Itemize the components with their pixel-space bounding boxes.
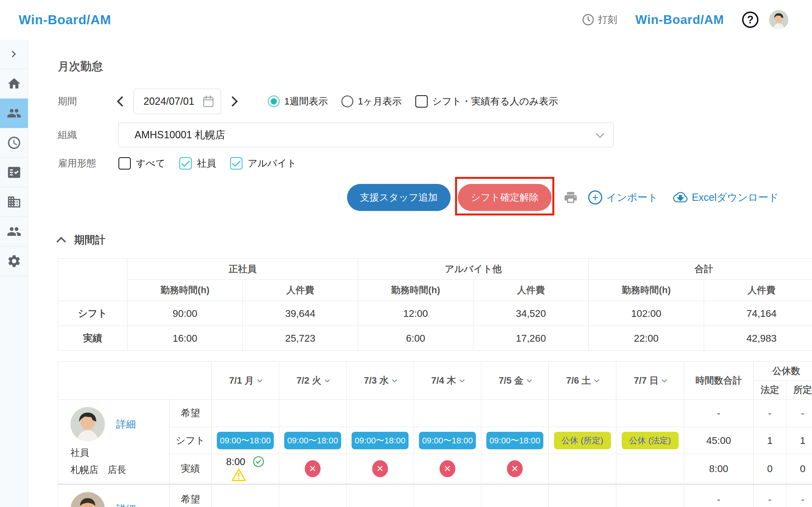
download-icon — [673, 191, 688, 204]
kibou-cell[interactable] — [549, 400, 616, 427]
actual-cell[interactable] — [616, 454, 684, 484]
kibou-cell[interactable] — [347, 400, 414, 427]
summary-col-cost: 人件費 — [243, 280, 358, 301]
kibou-cell[interactable] — [414, 484, 481, 507]
import-label: インポート — [606, 191, 658, 205]
actual-cell[interactable]: ✕ — [347, 454, 414, 484]
kibou-cell[interactable] — [279, 400, 347, 427]
holiday-chip[interactable]: 公休 (法定) — [622, 432, 679, 449]
checkbox-only-with-data[interactable] — [415, 95, 428, 108]
chevron-down-icon — [459, 377, 464, 382]
shift-cell: 09:00〜18:00 — [212, 427, 279, 454]
staff1-kibou-row: 詳細 社員 札幌店 店長 希望 - - - — [58, 400, 812, 427]
help-icon[interactable]: ? — [742, 11, 758, 28]
chevron-down-icon — [527, 377, 532, 382]
shift-scheduled-holidays: 1 — [786, 427, 812, 454]
actual-legal-holidays: 0 — [754, 454, 786, 484]
plus-circle-icon: + — [588, 190, 602, 205]
actual-cell[interactable]: 8:00 — [212, 454, 279, 484]
shift-chip[interactable]: 09:00〜18:00 — [217, 432, 274, 449]
shift-chip[interactable]: 09:00〜18:00 — [419, 432, 476, 449]
day-header-7-7[interactable]: 7/7 日 — [616, 362, 684, 400]
schedule-table: 7/1 月 7/2 火 7/3 水 7/4 木 7/5 金 7/6 土 7/7 … — [58, 361, 812, 507]
next-period-button[interactable] — [227, 96, 238, 107]
collapse-section-icon[interactable] — [56, 237, 66, 246]
summary-row-label: 実績 — [58, 326, 128, 351]
sidebar-expand-button[interactable] — [0, 40, 28, 69]
home-icon — [7, 76, 21, 91]
day-header-7-2[interactable]: 7/2 火 — [279, 362, 347, 400]
organization-select[interactable]: AMHS10001 札幌店 — [118, 122, 613, 147]
sidebar-item-staff[interactable] — [0, 99, 28, 128]
checkbox-emp-parttime[interactable] — [230, 157, 243, 170]
import-button[interactable]: + インポート — [588, 190, 658, 205]
summary-value: 16:00 — [128, 326, 243, 351]
approved-check-icon — [253, 456, 264, 467]
holiday-chip[interactable]: 公休 (所定) — [554, 432, 611, 449]
kibou-cell[interactable] — [212, 484, 279, 507]
chevron-down-icon — [596, 129, 605, 138]
shift-chip[interactable]: 09:00〜18:00 — [486, 432, 543, 449]
summary-col-cost: 人件費 — [473, 280, 589, 301]
missing-record-icon: ✕ — [372, 460, 388, 477]
emp-fulltime-label: 社員 — [197, 157, 216, 170]
warning-icon — [231, 467, 247, 482]
sidebar-item-checklist[interactable] — [0, 158, 28, 187]
calendar-icon — [202, 95, 214, 108]
top-header: Win-Board/AM 打刻 Win-Board/AM ? — [0, 0, 812, 40]
kibou-cell[interactable] — [481, 484, 549, 507]
holiday-legal-header: 法定 — [754, 381, 786, 400]
summary-value: 34,520 — [473, 301, 589, 326]
day-header-7-6[interactable]: 7/6 土 — [549, 362, 616, 400]
summary-group-parttime: アルバイト他 — [358, 259, 589, 280]
kibou-cell[interactable] — [616, 484, 684, 507]
excel-download-button[interactable]: Excelダウンロード — [673, 191, 779, 205]
kibou-cell[interactable] — [549, 484, 616, 507]
punch-clock-button[interactable]: 打刻 — [581, 13, 617, 26]
staff-detail-link[interactable]: 詳細 — [116, 503, 136, 507]
day-header-7-1[interactable]: 7/1 月 — [212, 362, 279, 400]
sidebar-item-members[interactable] — [0, 217, 28, 246]
actual-cell[interactable]: ✕ — [481, 454, 549, 484]
clock-icon — [7, 135, 21, 150]
add-support-staff-button[interactable]: 支援スタッフ追加 — [347, 184, 451, 211]
total-hours-header: 時間数合計 — [684, 362, 754, 400]
print-icon[interactable] — [563, 190, 578, 205]
day-header-7-3[interactable]: 7/3 水 — [347, 362, 414, 400]
chevron-right-icon — [8, 48, 20, 60]
shift-cell: 公休 (法定) — [616, 427, 684, 454]
radio-month-view[interactable] — [342, 96, 353, 107]
staff-detail-link[interactable]: 詳細 — [116, 418, 136, 431]
sidebar-item-settings[interactable] — [0, 246, 28, 276]
radio-week-view[interactable] — [268, 96, 280, 107]
clock-icon — [581, 13, 595, 26]
actual-cell[interactable]: ✕ — [414, 454, 481, 484]
staff1-shift-row: シフト 09:00〜18:00 09:00〜18:00 09:00〜18:00 … — [58, 427, 812, 454]
actual-cell[interactable]: ✕ — [279, 454, 347, 484]
sidebar-item-organization[interactable] — [0, 187, 28, 217]
day-header-7-5[interactable]: 7/5 金 — [481, 362, 549, 400]
week-view-label: 1週間表示 — [284, 95, 328, 108]
date-picker[interactable]: 2024/07/01 — [134, 89, 221, 114]
sidebar-item-home[interactable] — [0, 69, 28, 99]
prev-period-button[interactable] — [117, 96, 128, 107]
unlock-shift-button[interactable]: シフト確定解除 — [458, 184, 552, 211]
kibou-cell[interactable] — [212, 400, 279, 427]
kibou-cell[interactable] — [279, 484, 347, 507]
kibou-cell[interactable] — [414, 400, 481, 427]
kibou-cell[interactable] — [616, 400, 684, 427]
kibou-cell[interactable] — [347, 484, 414, 507]
sidebar-item-time[interactable] — [0, 128, 28, 158]
date-value: 2024/07/01 — [144, 96, 194, 107]
month-view-label: 1ヶ月表示 — [358, 95, 402, 108]
actual-cell[interactable] — [549, 454, 616, 484]
day-header-7-4[interactable]: 7/4 木 — [414, 362, 481, 400]
checkbox-emp-all[interactable] — [118, 157, 131, 170]
shift-chip[interactable]: 09:00〜18:00 — [284, 432, 341, 449]
user-avatar[interactable] — [769, 10, 788, 29]
kibou-legal: - — [754, 400, 786, 427]
employment-label: 雇用形態 — [58, 157, 118, 170]
checkbox-emp-fulltime[interactable] — [179, 157, 192, 170]
kibou-cell[interactable] — [481, 400, 549, 427]
shift-chip[interactable]: 09:00〜18:00 — [352, 432, 409, 449]
